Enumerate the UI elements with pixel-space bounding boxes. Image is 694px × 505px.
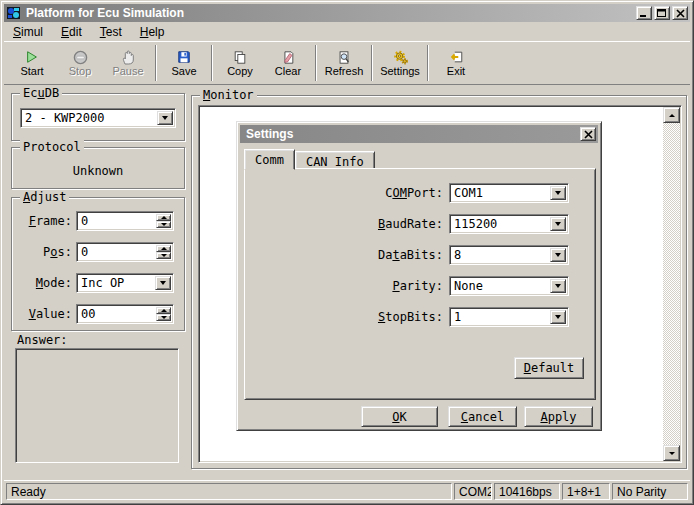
protocol-group: Protocol Unknown [11, 147, 185, 189]
stop-sign-icon [71, 49, 89, 65]
menu-edit[interactable]: Edit [52, 23, 91, 41]
exit-door-icon [447, 49, 465, 65]
app-window: Platform for Ecu Simulation Simul Edit T… [0, 0, 694, 505]
databits-dropdown-button[interactable] [550, 248, 566, 262]
clear-button[interactable]: Clear [264, 43, 312, 83]
start-button[interactable]: Start [8, 43, 56, 83]
toolbar-separator [155, 45, 157, 81]
chevron-down-icon [160, 281, 166, 285]
close-button[interactable] [672, 6, 688, 20]
spin-up-icon[interactable] [156, 214, 171, 221]
ecudb-combobox[interactable]: 2 - KWP2000 [20, 108, 176, 128]
menu-simul[interactable]: Simul [4, 23, 52, 41]
stopbits-label: StopBits: [335, 310, 443, 324]
settings-dialog-title: Settings [246, 127, 578, 141]
apply-button[interactable]: Apply [524, 406, 593, 427]
chevron-down-icon [555, 315, 561, 319]
cancel-button[interactable]: Cancel [448, 406, 517, 427]
pos-row: Pos: 0 [20, 242, 174, 262]
baudrate-label: BaudRate: [335, 217, 443, 231]
parity-dropdown-button[interactable] [550, 279, 566, 293]
stopbits-combobox[interactable]: 1 [449, 307, 569, 327]
play-icon [23, 49, 41, 65]
spin-up-icon[interactable] [156, 307, 171, 314]
pages-icon [231, 49, 249, 65]
menubar: Simul Edit Test Help [4, 22, 690, 41]
tab-comm[interactable]: Comm [244, 149, 295, 170]
ok-button[interactable]: OK [361, 406, 438, 427]
value-spinner[interactable]: 00 [76, 304, 174, 324]
toolbar-separator [427, 45, 429, 81]
maximize-icon [657, 9, 667, 18]
pos-label: Pos: [20, 245, 72, 259]
comm-tab-page: COMPort: COM1 BaudRate: 115200 DataBits:… [244, 168, 596, 400]
spin-down-icon[interactable] [156, 221, 171, 228]
ecudb-combobox-value: 2 - KWP2000 [21, 109, 175, 127]
mode-combobox[interactable]: Inc OP [76, 273, 174, 293]
spin-down-icon[interactable] [156, 252, 171, 259]
parity-label: Parity: [335, 279, 443, 293]
stopbits-dropdown-button[interactable] [550, 310, 566, 324]
baudrate-row: BaudRate: 115200 [335, 214, 573, 234]
status-comport: COM2 [454, 483, 492, 500]
comport-row: COMPort: COM1 [335, 183, 573, 203]
close-icon [676, 9, 685, 18]
floppy-icon [175, 49, 193, 65]
window-title: Platform for Ecu Simulation [26, 6, 634, 20]
frame-label: Frame: [20, 214, 72, 228]
ecudb-dropdown-button[interactable] [157, 111, 173, 125]
titlebar[interactable]: Platform for Ecu Simulation [4, 4, 690, 22]
scroll-up-button[interactable] [663, 107, 680, 123]
pos-spin-buttons[interactable] [156, 245, 171, 259]
chevron-down-icon [162, 116, 168, 120]
settings-dialog-titlebar[interactable]: Settings [240, 125, 598, 143]
spin-down-icon[interactable] [156, 314, 171, 321]
settings-button[interactable]: Settings [376, 43, 424, 83]
scroll-down-button[interactable] [663, 445, 680, 461]
mode-dropdown-button[interactable] [155, 276, 171, 290]
pos-spinner[interactable]: 0 [76, 242, 174, 262]
answer-listbox[interactable] [15, 348, 179, 463]
menu-help[interactable]: Help [131, 23, 174, 41]
baudrate-combobox[interactable]: 115200 [449, 214, 569, 234]
save-button[interactable]: Save [160, 43, 208, 83]
monitor-group-label: Monitor [200, 88, 257, 102]
frame-row: Frame: 0 [20, 211, 174, 231]
parity-combobox[interactable]: None [449, 276, 569, 296]
menu-test[interactable]: Test [91, 23, 131, 41]
baudrate-dropdown-button[interactable] [550, 217, 566, 231]
value-spin-buttons[interactable] [156, 307, 171, 321]
chevron-down-icon [555, 191, 561, 195]
copy-button[interactable]: Copy [216, 43, 264, 83]
adjust-group-label: Adjust [20, 190, 69, 204]
comport-combobox[interactable]: COM1 [449, 183, 569, 203]
frame-spinner[interactable]: 0 [76, 211, 174, 231]
refresh-button[interactable]: Refresh [320, 43, 368, 83]
spin-up-icon[interactable] [156, 245, 171, 252]
minimize-button[interactable] [636, 6, 652, 20]
maximize-button[interactable] [654, 6, 670, 20]
toolbar: Start Stop Pause Save Copy [4, 41, 690, 85]
monitor-vertical-scrollbar[interactable] [663, 107, 680, 461]
default-button[interactable]: Default [514, 357, 584, 379]
toolbar-separator [371, 45, 373, 81]
settings-close-button[interactable] [580, 127, 596, 141]
chevron-down-icon [555, 253, 561, 257]
databits-combobox[interactable]: 8 [449, 245, 569, 265]
scroll-down-icon [669, 452, 675, 455]
pause-button[interactable]: Pause [104, 43, 152, 83]
parity-row: Parity: None [335, 276, 573, 296]
chevron-down-icon [555, 222, 561, 226]
gears-icon [391, 49, 409, 65]
status-parity: No Parity [612, 483, 688, 500]
stop-button[interactable]: Stop [56, 43, 104, 83]
exit-button[interactable]: Exit [432, 43, 480, 83]
status-framing: 1+8+1 [562, 483, 610, 500]
tab-can-info[interactable]: CAN Info [295, 151, 375, 169]
frame-spin-buttons[interactable] [156, 214, 171, 228]
scroll-up-icon [669, 114, 675, 117]
mode-row: Mode: Inc OP [20, 273, 174, 293]
close-icon [584, 130, 593, 139]
settings-dialog: Settings Comm CAN Info COMPort: COM1 Bau… [236, 121, 602, 431]
comport-dropdown-button[interactable] [550, 186, 566, 200]
